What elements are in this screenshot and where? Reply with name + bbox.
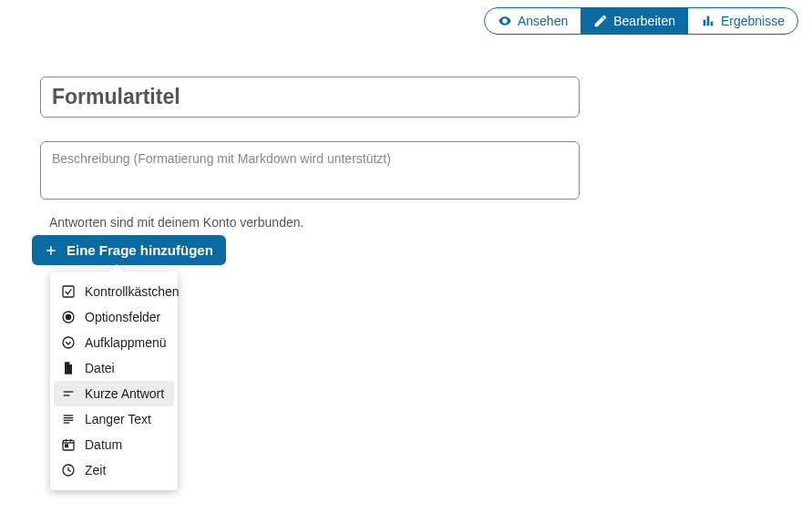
tab-edit[interactable]: Bearbeiten	[581, 8, 688, 34]
menu-item-time[interactable]: Zeit	[54, 457, 174, 483]
tab-edit-label: Bearbeiten	[613, 14, 675, 28]
menu-item-label: Optionsfelder	[85, 310, 160, 324]
menu-item-label: Datei	[85, 361, 115, 375]
svg-point-8	[66, 314, 70, 319]
menu-item-short-answer[interactable]: Kurze Antwort	[54, 381, 174, 406]
mode-tabs: Ansehen Bearbeiten Ergebnisse	[484, 7, 798, 35]
svg-rect-1	[704, 20, 706, 26]
radio-icon	[61, 310, 76, 324]
menu-item-radio[interactable]: Optionsfelder	[54, 304, 174, 330]
menu-item-file[interactable]: Datei	[54, 355, 174, 381]
form-editor: Antworten sind mit deinem Konto verbunde…	[40, 77, 580, 230]
chevron-circle-icon	[61, 335, 76, 350]
calendar-icon	[61, 437, 76, 452]
svg-rect-6	[63, 286, 74, 297]
svg-rect-3	[711, 22, 714, 26]
pencil-icon	[593, 14, 608, 28]
add-question-label: Eine Frage hinzufügen	[67, 242, 213, 258]
bar-chart-icon	[701, 14, 715, 28]
question-type-menu: Kontrollkästchen Optionsfelder Aufklappm…	[50, 272, 178, 490]
tab-results[interactable]: Ergebnisse	[688, 8, 797, 34]
svg-point-0	[504, 20, 507, 23]
menu-item-label: Zeit	[85, 463, 106, 477]
short-text-icon	[61, 386, 76, 401]
tab-view-label: Ansehen	[518, 14, 568, 28]
clock-icon	[61, 463, 76, 477]
svg-rect-20	[66, 445, 68, 447]
svg-rect-2	[707, 16, 710, 26]
eye-icon	[498, 14, 512, 28]
file-icon	[61, 361, 76, 375]
tab-results-label: Ergebnisse	[721, 14, 785, 28]
menu-item-long-text[interactable]: Langer Text	[54, 406, 174, 432]
menu-item-dropdown[interactable]: Aufklappmenü	[54, 330, 174, 355]
svg-point-9	[63, 337, 74, 348]
menu-item-label: Kurze Antwort	[85, 386, 164, 401]
account-hint: Antworten sind mit deinem Konto verbunde…	[49, 215, 580, 230]
menu-item-checkbox[interactable]: Kontrollkästchen	[54, 279, 174, 304]
add-question-button[interactable]: Eine Frage hinzufügen	[32, 235, 226, 265]
menu-item-label: Kontrollkästchen	[85, 284, 180, 299]
form-title-input[interactable]	[40, 77, 580, 118]
menu-item-label: Aufklappmenü	[85, 335, 167, 350]
long-text-icon	[61, 412, 76, 426]
form-description-input[interactable]	[40, 141, 580, 200]
menu-item-label: Langer Text	[85, 412, 151, 426]
menu-item-date[interactable]: Datum	[54, 432, 174, 457]
plus-icon	[45, 244, 57, 257]
menu-item-label: Datum	[85, 437, 122, 452]
checkbox-icon	[61, 284, 76, 299]
tab-view[interactable]: Ansehen	[485, 8, 581, 34]
